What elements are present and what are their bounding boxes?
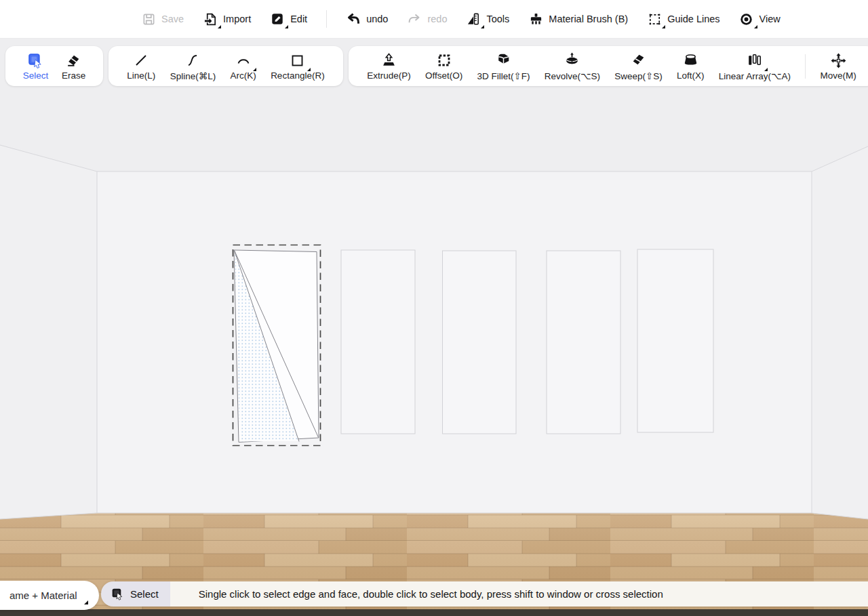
chevron-corner-icon [285,25,288,28]
material-brush-button[interactable]: Material Brush (B) [528,12,628,26]
chevron-corner-icon [307,68,311,71]
wall-panel-5[interactable] [637,249,713,432]
toolbar-separator [326,10,327,28]
redo-label: redo [427,14,447,24]
edit-icon [270,12,285,26]
line-tool-label: Line(L) [127,70,155,81]
sketch-tools-card: Line(L) Spline(⌘L) Arc(K) Rectangle(R) [108,46,343,86]
undo-label: undo [366,14,388,24]
spline-tool-button[interactable]: Spline(⌘L) [170,52,216,81]
undo-button[interactable]: undo [346,12,388,26]
revolve-icon [563,52,582,69]
linear-array-icon [745,52,764,69]
chevron-corner-icon [754,25,757,28]
right-wall-face[interactable] [812,146,868,519]
import-label: Import [223,14,251,24]
erase-icon [64,52,83,69]
guide-lines-button[interactable]: Guide Lines [647,12,719,26]
active-tool-label: Select [130,588,159,600]
offset-tool-button[interactable]: Offset(O) [425,52,462,81]
line-icon [132,52,151,69]
material-brush-label: Material Brush (B) [549,14,628,24]
redo-button[interactable]: redo [407,12,447,26]
fillet-3d-icon [494,52,513,69]
left-wall-face[interactable] [0,145,97,519]
top-menu-bar: Save Import Edit [0,0,868,39]
move-tool-label: Move(M) [820,70,856,81]
selected-sketch-panel[interactable] [233,245,321,446]
view-button[interactable]: View [739,12,781,26]
line-tool-button[interactable]: Line(L) [127,52,155,81]
view-icon [739,12,754,26]
application-window: Save Import Edit [0,0,868,616]
extrude-icon [379,52,398,69]
save-label: Save [161,14,184,24]
spline-tool-label: Spline(⌘L) [170,70,216,81]
move-icon [829,52,848,69]
mode-material-dropdown[interactable]: ame + Material [0,581,99,610]
revolve-tool-button[interactable]: Revolve(⌥S) [545,52,600,81]
wall-panel-3[interactable] [443,251,517,434]
sweep-tool-label: Sweep(⇧S) [614,70,663,81]
status-action-bar: Select Single click to select edge and f… [101,581,868,607]
save-button[interactable]: Save [141,12,184,26]
select-tool-label: Select [23,70,49,81]
tools-label: Tools [486,14,509,24]
tools-button[interactable]: Tools [466,12,509,26]
import-button[interactable]: Import [203,12,251,26]
undo-icon [346,12,361,26]
rectangle-tool-label: Rectangle(R) [271,70,325,81]
active-tool-chip[interactable]: Select [101,581,170,607]
sweep-icon [629,52,648,69]
ribbon-separator [805,54,806,79]
solid-tools-card: Extrude(P) Offset(O) 3D Fillet(⇧F) [349,46,868,86]
erase-tool-label: Erase [62,70,85,81]
fillet-3d-tool-label: 3D Fillet(⇧F) [477,70,530,81]
select-cursor-icon [111,587,125,601]
floor-front-edge [0,609,868,616]
offset-tool-label: Offset(O) [425,70,462,81]
chevron-corner-icon [481,25,484,28]
material-brush-icon [528,12,543,26]
rectangle-tool-button[interactable]: Rectangle(R) [271,52,325,81]
chevron-corner-icon [764,68,768,71]
select-tool-button[interactable]: Select [23,52,49,81]
loft-icon [681,52,700,69]
chevron-corner-icon [84,600,88,604]
revolve-tool-label: Revolve(⌥S) [545,70,600,81]
viewport-3d[interactable] [0,0,868,616]
wall-panel-2[interactable] [341,250,415,434]
edit-label: Edit [290,14,307,24]
redo-icon [407,12,422,26]
view-label: View [760,14,781,24]
arc-tool-label: Arc(K) [231,70,256,81]
guide-lines-label: Guide Lines [667,14,719,24]
mode-material-label: ame + Material [9,590,77,601]
select-erase-card: Select Erase [5,46,103,86]
edit-button[interactable]: Edit [270,12,307,26]
arc-icon [234,52,253,69]
import-icon [203,12,218,26]
linear-array-tool-button[interactable]: Linear Array(⌥A) [719,52,791,81]
fillet-3d-tool-button[interactable]: 3D Fillet(⇧F) [477,52,530,81]
status-hint-text: Single click to select edge and face, do… [199,588,663,600]
tools-icon [466,12,481,26]
rectangle-icon [288,52,307,69]
chevron-corner-icon [253,68,256,71]
loft-tool-button[interactable]: Loft(X) [677,52,705,81]
status-hint: Single click to select edge and face, do… [170,581,868,607]
save-icon [141,12,156,26]
move-tool-button[interactable]: Move(M) [820,52,856,81]
arc-tool-button[interactable]: Arc(K) [231,52,256,81]
chevron-corner-icon [662,25,665,28]
chevron-corner-icon [218,25,221,28]
guide-lines-icon [647,12,662,26]
spline-icon [183,52,202,69]
erase-tool-button[interactable]: Erase [62,52,85,81]
wall-panel-4[interactable] [547,251,620,434]
select-cursor-icon [26,52,45,69]
offset-icon [435,52,454,69]
linear-array-tool-label: Linear Array(⌥A) [719,70,791,81]
sweep-tool-button[interactable]: Sweep(⇧S) [614,52,663,81]
extrude-tool-button[interactable]: Extrude(P) [367,52,411,81]
